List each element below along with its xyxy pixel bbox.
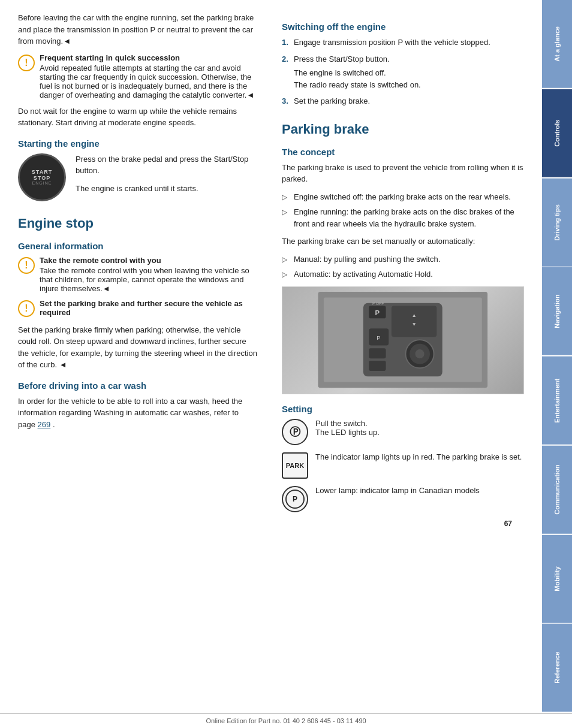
step-2-content: Press the Start/Stop button. The engine … bbox=[294, 53, 421, 91]
footer: Online Edition for Part no. 01 40 2 606 … bbox=[0, 713, 572, 728]
sidebar-tab-controls[interactable]: Controls bbox=[542, 89, 572, 177]
starting-engine-title: Starting the engine bbox=[18, 138, 258, 149]
warning-text-block-2: Take the remote control with you Take th… bbox=[40, 256, 258, 293]
parking-brake-bullets: ▷ Engine switched off: the parking brake… bbox=[282, 191, 524, 230]
step-3-text: Set the parking brake. bbox=[294, 95, 370, 107]
warning-box-2: ! Take the remote control with you Take … bbox=[18, 256, 258, 293]
auto-bullet-arrow: ▷ bbox=[282, 269, 291, 280]
car-wash-para: In order for the vehicle to be able to r… bbox=[18, 395, 258, 431]
warning-text-block-1: Frequent starting in quick succession Av… bbox=[40, 53, 258, 99]
footer-text: Online Edition for Part no. 01 40 2 606 … bbox=[206, 717, 366, 724]
warning-box-3: ! Set the parking brake and further secu… bbox=[18, 299, 258, 318]
sidebar-tab-label-0: At a glance bbox=[553, 26, 561, 62]
setting-title: Setting bbox=[282, 404, 524, 414]
step-3: 3. Set the parking brake. bbox=[282, 95, 524, 107]
car-wash-link[interactable]: 269 bbox=[38, 420, 51, 429]
warm-up-para: Do not wait for the engine to warm up wh… bbox=[18, 105, 258, 129]
setting-item-pull: Ⓟ Pull the switch. The LED lights up. bbox=[282, 419, 524, 445]
lower-lamp-text: Lower lamp: indicator lamp in Canadian m… bbox=[315, 486, 480, 495]
sidebar-tab-label-2: Driving tips bbox=[553, 204, 561, 241]
start-stop-section: START STOP ENGINE Press on the brake ped… bbox=[18, 153, 258, 201]
sidebar-tab-label-3: Navigation bbox=[553, 295, 561, 328]
concept-body: The parking brake is used to prevent the… bbox=[282, 162, 524, 185]
warning-title-1: Frequent starting in quick succession bbox=[40, 53, 258, 62]
step-1-num: 1. bbox=[282, 37, 294, 49]
pull-switch-text: Pull the switch. The LED lights up. bbox=[315, 419, 380, 437]
switching-off-title: Switching off the engine bbox=[282, 22, 524, 32]
warning-title-2: Take the remote control with you bbox=[40, 256, 258, 265]
step-1-text: Engage transmission position P with the … bbox=[294, 37, 490, 49]
warning-title-3: Set the parking brake and further secure… bbox=[40, 299, 258, 317]
car-wash-body: In order for the vehicle to be able to r… bbox=[18, 397, 242, 429]
canadian-p-button: P bbox=[282, 486, 308, 512]
svg-text:▼: ▼ bbox=[412, 321, 417, 327]
auto-bullet-text: Automatic: by activating Automatic Hold. bbox=[294, 268, 433, 280]
btn-engine-label: ENGINE bbox=[32, 181, 52, 185]
park-image-inner: P ▲ ▼ P bbox=[282, 287, 523, 394]
sidebar-tab-label-6: Mobility bbox=[553, 566, 561, 591]
btn-stop-label: STOP bbox=[34, 175, 50, 181]
car-wash-title: Before driving into a car wash bbox=[18, 380, 258, 391]
inner-circle: P bbox=[285, 490, 305, 509]
park-icon: PARK bbox=[282, 452, 308, 479]
svg-rect-14 bbox=[369, 361, 386, 371]
park-p-symbol: Ⓟ bbox=[290, 425, 300, 439]
switching-off-steps: 1. Engage transmission position P with t… bbox=[282, 37, 524, 107]
manual-bullet: ▷ Manual: by pulling and pushing the swi… bbox=[282, 253, 524, 265]
bullet-2-text: Engine running: the parking brake acts o… bbox=[294, 206, 524, 229]
svg-text:P: P bbox=[377, 335, 380, 342]
setting-item-park: PARK The indicator lamp lights up in red… bbox=[282, 452, 524, 479]
sidebar-tab-driving-tips[interactable]: Driving tips bbox=[542, 179, 572, 267]
manual-bullet-arrow: ▷ bbox=[282, 254, 291, 265]
warning-body-1: Avoid repeated futile attempts at starti… bbox=[40, 64, 254, 99]
warning-icon-3: ! bbox=[18, 300, 35, 317]
step-2-num: 2. bbox=[282, 53, 294, 91]
warning-icon-1: ! bbox=[18, 55, 35, 71]
start-stop-desc: Press on the brake pedal and press the S… bbox=[76, 153, 258, 201]
step-2: 2. Press the Start/Stop button. The engi… bbox=[282, 53, 524, 91]
step-2-main: Press the Start/Stop button. bbox=[294, 53, 421, 65]
park-controls-svg: P ▲ ▼ P bbox=[306, 292, 499, 388]
car-wash-end: . bbox=[53, 420, 55, 429]
bullet-arrow-2: ▷ bbox=[282, 207, 291, 229]
auto-bullet: ▷ Automatic: by activating Automatic Hol… bbox=[282, 268, 524, 280]
sidebar-tab-communication[interactable]: Communication bbox=[542, 446, 572, 534]
pull-switch-main: Pull the switch. bbox=[315, 419, 380, 428]
warning-text-block-3: Set the parking brake and further secure… bbox=[40, 299, 258, 318]
starting-desc-2: The engine is cranked until it starts. bbox=[76, 183, 258, 195]
sidebar: At a glance Controls Driving tips Naviga… bbox=[542, 0, 572, 713]
setting-section: Ⓟ Pull the switch. The LED lights up. PA… bbox=[282, 419, 524, 512]
led-lights-text: The LED lights up. bbox=[315, 428, 380, 437]
step-2-sub1: The engine is switched off. bbox=[294, 67, 421, 79]
warning-box-1: ! Frequent starting in quick succession … bbox=[18, 53, 258, 99]
sidebar-tab-at-a-glance[interactable]: At a glance bbox=[542, 0, 572, 88]
sidebar-tab-label-5: Communication bbox=[553, 465, 561, 515]
sidebar-tab-mobility[interactable]: Mobility bbox=[542, 535, 572, 623]
start-stop-button: START STOP ENGINE bbox=[18, 153, 66, 201]
btn-start-label: START bbox=[32, 169, 52, 175]
svg-rect-13 bbox=[369, 349, 386, 359]
bullet-1: ▷ Engine switched off: the parking brake… bbox=[282, 191, 524, 203]
warning-body-3: Set the parking brake firmly when parkin… bbox=[18, 324, 258, 371]
park-p-button: Ⓟ bbox=[282, 419, 308, 445]
page-number: 67 bbox=[282, 519, 524, 528]
svg-point-10 bbox=[416, 350, 425, 359]
canadian-p-symbol: P bbox=[293, 495, 297, 503]
general-info-title: General information bbox=[18, 241, 258, 251]
concept-title: The concept bbox=[282, 147, 524, 157]
svg-text:P OFF: P OFF bbox=[372, 301, 384, 306]
bullet-2: ▷ Engine running: the parking brake acts… bbox=[282, 206, 524, 229]
sidebar-tab-label-1: Controls bbox=[553, 120, 561, 147]
step-3-num: 3. bbox=[282, 95, 294, 107]
sidebar-tab-navigation[interactable]: Navigation bbox=[542, 267, 572, 355]
sidebar-tab-entertainment[interactable]: Entertainment bbox=[542, 357, 572, 445]
sidebar-tab-reference[interactable]: Reference bbox=[542, 624, 572, 712]
bullet-1-text: Engine switched off: the parking brake a… bbox=[294, 191, 511, 203]
step-2-sub2: The radio ready state is switched on. bbox=[294, 79, 421, 91]
parking-brake-title: Parking brake bbox=[282, 122, 524, 137]
sidebar-tab-label-7: Reference bbox=[553, 652, 561, 684]
manual-auto-bullets: ▷ Manual: by pulling and pushing the swi… bbox=[282, 253, 524, 280]
starting-desc-1: Press on the brake pedal and press the S… bbox=[76, 153, 258, 177]
parking-brake-image: P ▲ ▼ P bbox=[282, 286, 524, 394]
warning-icon-2: ! bbox=[18, 257, 35, 274]
